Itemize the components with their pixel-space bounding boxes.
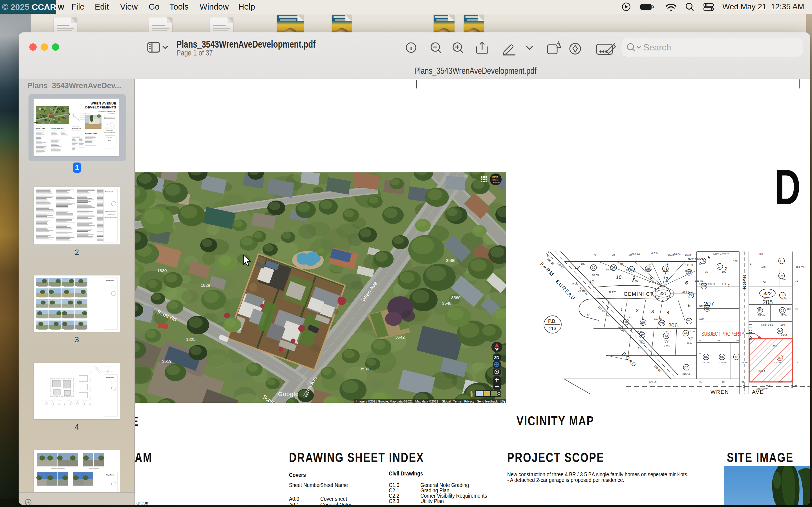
svg-text:PLANNING PERMIT SET: PLANNING PERMIT SET bbox=[105, 211, 117, 212]
svg-text:1: 1 bbox=[620, 307, 623, 313]
svg-text:05: 05 bbox=[720, 355, 724, 358]
svg-text:3530: 3530 bbox=[360, 367, 369, 371]
svg-text:129 78: 129 78 bbox=[635, 330, 643, 333]
svg-text:14: 14 bbox=[718, 265, 722, 268]
svg-text:175: 175 bbox=[722, 282, 726, 285]
svg-text:View from proposed lot: View from proposed lot bbox=[89, 468, 99, 469]
svg-text:100: 100 bbox=[722, 270, 726, 273]
svg-text:180: 180 bbox=[699, 317, 704, 320]
svg-text:6: 6 bbox=[685, 280, 688, 286]
svg-text:134 67: 134 67 bbox=[598, 305, 605, 314]
svg-text:18: 18 bbox=[624, 320, 628, 324]
svg-text:19: 19 bbox=[642, 321, 645, 324]
svg-text:3566: 3566 bbox=[446, 258, 455, 263]
svg-text:Mahya Salehi: Mahya Salehi bbox=[105, 191, 113, 193]
svg-text:68 14: 68 14 bbox=[626, 269, 633, 272]
svg-text:3542: 3542 bbox=[395, 335, 405, 339]
svg-text:N88° 08'E: N88° 08'E bbox=[761, 323, 773, 326]
svg-text:312Ac: 312Ac bbox=[702, 361, 710, 364]
svg-text:1828: 1828 bbox=[201, 283, 210, 288]
svg-text:PLANNING PERMIT SET: PLANNING PERMIT SET bbox=[98, 110, 116, 112]
svg-text:113: 113 bbox=[549, 326, 556, 331]
svg-text:87 00: 87 00 bbox=[688, 330, 695, 333]
svg-text:DRAWING SHEET INDEX: DRAWING SHEET INDEX bbox=[51, 128, 64, 129]
svg-text:Mahya Salehi: Mahya Salehi bbox=[106, 377, 114, 378]
svg-text:93 30: 93 30 bbox=[685, 269, 692, 272]
svg-text:860: 860 bbox=[772, 344, 777, 347]
svg-text:41 21: 41 21 bbox=[682, 290, 689, 293]
svg-text:06: 06 bbox=[780, 274, 783, 277]
svg-text:07/29/2021: 07/29/2021 bbox=[108, 113, 116, 114]
svg-text:ERIO: ERIO bbox=[492, 178, 499, 181]
svg-text:Cover sheet: Cover sheet bbox=[107, 137, 112, 138]
svg-text:31Ac: 31Ac bbox=[781, 278, 787, 281]
svg-text:421: 421 bbox=[659, 291, 667, 296]
svg-text:200: 200 bbox=[765, 385, 770, 388]
svg-text:2: 2 bbox=[750, 262, 751, 265]
svg-text:70: 70 bbox=[665, 281, 668, 284]
svg-text:5: 5 bbox=[699, 262, 701, 265]
svg-text:70: 70 bbox=[665, 263, 668, 266]
svg-text:215Ac: 215Ac bbox=[719, 361, 726, 364]
svg-text:Mahya Salehi: Mahya Salehi bbox=[106, 280, 114, 281]
svg-text:4 3 Ac: 4 3 Ac bbox=[651, 251, 659, 255]
svg-text:80: 80 bbox=[699, 352, 702, 355]
svg-text:20: 20 bbox=[660, 321, 664, 325]
svg-text:12: 12 bbox=[574, 265, 580, 270]
svg-text:336 44: 336 44 bbox=[631, 252, 640, 256]
svg-text:22Ac: 22Ac bbox=[685, 253, 691, 256]
svg-text:80: 80 bbox=[758, 307, 762, 311]
svg-text:422: 422 bbox=[763, 291, 772, 296]
svg-text:22Ac: 22Ac bbox=[668, 253, 674, 256]
svg-text:70: 70 bbox=[629, 253, 632, 256]
svg-text:A0.0: A0.0 bbox=[108, 140, 111, 141]
svg-text:RESIDENTIAL 3 HOUSES: RESIDENTIAL 3 HOUSES bbox=[105, 217, 117, 218]
svg-text:39 65: 39 65 bbox=[592, 274, 599, 277]
svg-text:154Ac: 154Ac bbox=[742, 361, 749, 364]
svg-text:205 89: 205 89 bbox=[654, 364, 662, 373]
svg-text:4: 4 bbox=[667, 310, 669, 315]
svg-text:Google: Google bbox=[278, 391, 299, 397]
svg-text:70: 70 bbox=[594, 253, 597, 256]
svg-text:107 08: 107 08 bbox=[654, 317, 662, 320]
svg-text:80: 80 bbox=[699, 380, 702, 383]
svg-text:70: 70 bbox=[606, 314, 609, 318]
svg-text:175: 175 bbox=[758, 252, 763, 256]
svg-text:GEMINI CT.: GEMINI CT. bbox=[624, 291, 655, 297]
svg-text:180: 180 bbox=[780, 323, 785, 326]
svg-text:121 27: 121 27 bbox=[685, 264, 693, 267]
svg-text:3543 WREN AVE: 3543 WREN AVE bbox=[107, 214, 114, 215]
svg-text:138Ac: 138Ac bbox=[758, 314, 765, 317]
svg-text:70: 70 bbox=[612, 253, 615, 256]
svg-text:183: 183 bbox=[581, 262, 585, 265]
svg-text:N88° 08'E: N88° 08'E bbox=[756, 388, 768, 391]
svg-text:385Ac: 385Ac bbox=[682, 372, 690, 375]
svg-text:175: 175 bbox=[761, 265, 766, 268]
svg-text:180: 180 bbox=[761, 281, 766, 284]
svg-text:06: 06 bbox=[704, 355, 708, 358]
svg-text:SUBJECT PROPERTY: SUBJECT PROPERTY bbox=[702, 331, 744, 337]
svg-text:203 4: 203 4 bbox=[758, 369, 765, 372]
svg-text:ROAD: ROAD bbox=[621, 351, 638, 368]
svg-text:"C": "C" bbox=[688, 336, 694, 340]
svg-text:WREN AVENUE: WREN AVENUE bbox=[91, 102, 116, 105]
svg-text:N45° 07'21"W: N45° 07'21"W bbox=[575, 281, 589, 295]
svg-text:180: 180 bbox=[761, 297, 766, 300]
svg-text:64 93: 64 93 bbox=[631, 279, 638, 282]
svg-text:125 35: 125 35 bbox=[695, 279, 703, 282]
svg-text:18Ac: 18Ac bbox=[640, 342, 646, 345]
svg-text:N89° 42'39"E: N89° 42'39"E bbox=[688, 257, 704, 260]
svg-text:22: 22 bbox=[689, 293, 693, 297]
svg-text:Proposed view along new street: Proposed view along new street bbox=[51, 468, 65, 469]
svg-text:31Ac: 31Ac bbox=[781, 333, 787, 336]
svg-text:2: 2 bbox=[636, 308, 639, 313]
svg-text:DEVELOPEMENTS: DEVELOPEMENTS bbox=[86, 106, 116, 109]
svg-text:100: 100 bbox=[786, 307, 791, 311]
svg-text:PROJECT TEAM: PROJECT TEAM bbox=[36, 128, 45, 129]
svg-text:Mahya Salehi: Mahya Salehi bbox=[106, 474, 114, 476]
svg-text:APPLICABLE CODES: APPLICABLE CODES bbox=[85, 133, 97, 134]
svg-text:75: 75 bbox=[795, 307, 798, 311]
svg-text:28Ac: 28Ac bbox=[687, 342, 693, 345]
svg-text:1825: 1825 bbox=[186, 337, 195, 342]
svg-text:65: 65 bbox=[742, 380, 745, 383]
